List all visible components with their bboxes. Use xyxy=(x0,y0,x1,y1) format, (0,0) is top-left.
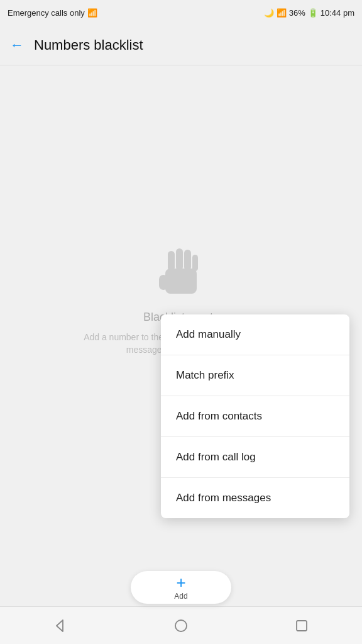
back-button[interactable]: ← xyxy=(10,37,24,53)
emergency-calls-text: Emergency calls only xyxy=(8,8,85,18)
main-content: Blacklist empty Add a number to the blac… xyxy=(0,65,362,569)
clock: 10:44 pm xyxy=(321,8,354,18)
nav-home-icon xyxy=(174,619,188,633)
svg-point-7 xyxy=(175,620,187,631)
menu-item-add-contacts[interactable]: Add from contacts xyxy=(161,396,349,437)
signal-icon: 📶 xyxy=(87,8,97,18)
nav-recent-button[interactable] xyxy=(292,616,311,635)
hand-icon xyxy=(150,240,212,303)
add-button-area: + Add xyxy=(0,569,362,606)
nav-bar xyxy=(0,606,362,644)
nav-back-button[interactable] xyxy=(51,616,70,635)
moon-icon: 🌙 xyxy=(264,8,274,18)
wifi-icon: 📶 xyxy=(277,8,287,18)
battery-icon: 🔋 xyxy=(308,8,318,18)
add-plus-icon: + xyxy=(176,574,185,591)
nav-back-icon xyxy=(53,619,67,633)
svg-rect-1 xyxy=(159,275,168,290)
svg-rect-3 xyxy=(176,248,183,270)
menu-item-add-call-log[interactable]: Add from call log xyxy=(161,437,349,478)
page-title: Numbers blacklist xyxy=(34,37,143,53)
hand-svg xyxy=(156,243,206,300)
svg-rect-5 xyxy=(192,255,198,271)
dropdown-menu: Add manually Match prefix Add from conta… xyxy=(161,314,349,518)
svg-rect-4 xyxy=(184,250,191,270)
add-button[interactable]: + Add xyxy=(131,571,231,604)
status-left: Emergency calls only 📶 xyxy=(8,8,97,18)
app-bar: ← Numbers blacklist xyxy=(0,25,362,65)
svg-rect-2 xyxy=(168,251,175,271)
menu-item-match-prefix[interactable]: Match prefix xyxy=(161,355,349,396)
menu-item-add-messages[interactable]: Add from messages xyxy=(161,478,349,518)
nav-home-button[interactable] xyxy=(172,616,190,635)
add-label: Add xyxy=(174,592,187,601)
menu-item-add-manually[interactable]: Add manually xyxy=(161,314,349,355)
svg-rect-0 xyxy=(165,269,197,294)
svg-rect-8 xyxy=(297,621,307,631)
battery-percent: 36% xyxy=(289,8,305,18)
svg-marker-6 xyxy=(57,620,63,631)
nav-recent-icon xyxy=(295,619,309,633)
status-bar: Emergency calls only 📶 🌙 📶 36% 🔋 10:44 p… xyxy=(0,0,362,25)
status-right: 🌙 📶 36% 🔋 10:44 pm xyxy=(264,8,354,18)
